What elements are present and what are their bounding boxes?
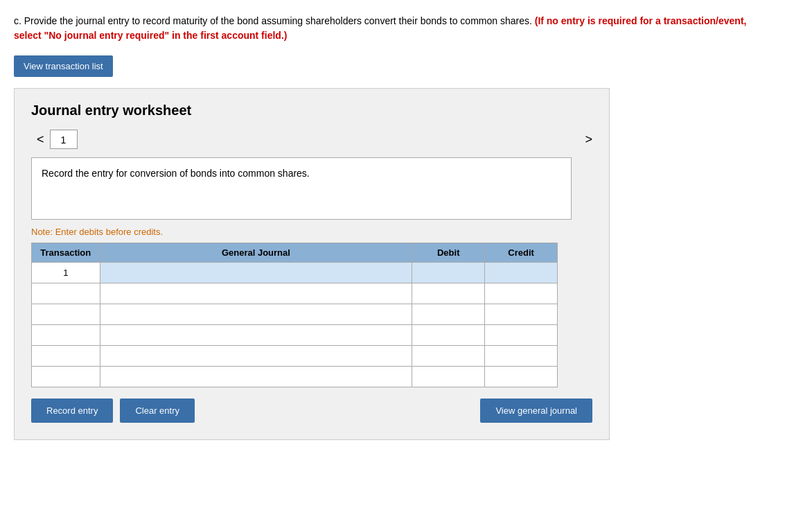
debit-cell[interactable] [412,263,485,283]
debit-cell[interactable] [412,325,485,346]
table-row [32,304,100,325]
description-text: Record the entry for conversion of bonds… [42,168,310,179]
table-row [32,346,100,367]
instruction-text: c. Provide the journal entry to record m… [14,14,776,43]
nav-right-arrow[interactable]: > [585,132,592,147]
journal-cell[interactable] [100,283,412,304]
view-general-journal-button[interactable]: View general journal [480,398,592,423]
journal-cell[interactable] [100,304,412,325]
instruction-main: c. Provide the journal entry to record m… [14,15,535,26]
nav-number: 1 [50,130,78,149]
col-header-general-journal: General Journal [100,243,412,263]
worksheet-container: Journal entry worksheet < 1 > Record the… [14,88,610,440]
journal-cell[interactable] [100,367,412,387]
description-box: Record the entry for conversion of bonds… [31,157,572,220]
journal-cell[interactable] [100,263,412,283]
note-text: Note: Enter debits before credits. [31,227,592,237]
credit-cell[interactable] [485,367,558,387]
col-header-credit: Credit [485,243,558,263]
worksheet-title: Journal entry worksheet [31,103,592,119]
journal-cell[interactable] [100,325,412,346]
record-entry-button[interactable]: Record entry [31,398,113,423]
credit-cell[interactable] [485,304,558,325]
credit-cell[interactable] [485,283,558,304]
journal-cell[interactable] [100,346,412,367]
credit-cell[interactable] [485,346,558,367]
debit-cell[interactable] [412,304,485,325]
credit-cell[interactable] [485,263,558,283]
journal-table: Transaction General Journal Debit Credit… [31,243,558,387]
clear-entry-button[interactable]: Clear entry [120,398,195,423]
table-row [32,283,100,304]
view-transaction-button[interactable]: View transaction list [14,55,113,77]
credit-cell[interactable] [485,325,558,346]
debit-cell[interactable] [412,346,485,367]
table-row: 1 [32,263,100,283]
table-row [32,367,100,387]
nav-left-arrow[interactable]: < [31,132,50,147]
col-header-transaction: Transaction [32,243,100,263]
col-header-debit: Debit [412,243,485,263]
table-row [32,325,100,346]
debit-cell[interactable] [412,283,485,304]
button-row: Record entry Clear entry View general jo… [31,398,592,423]
nav-row: < 1 > [31,130,592,149]
debit-cell[interactable] [412,367,485,387]
